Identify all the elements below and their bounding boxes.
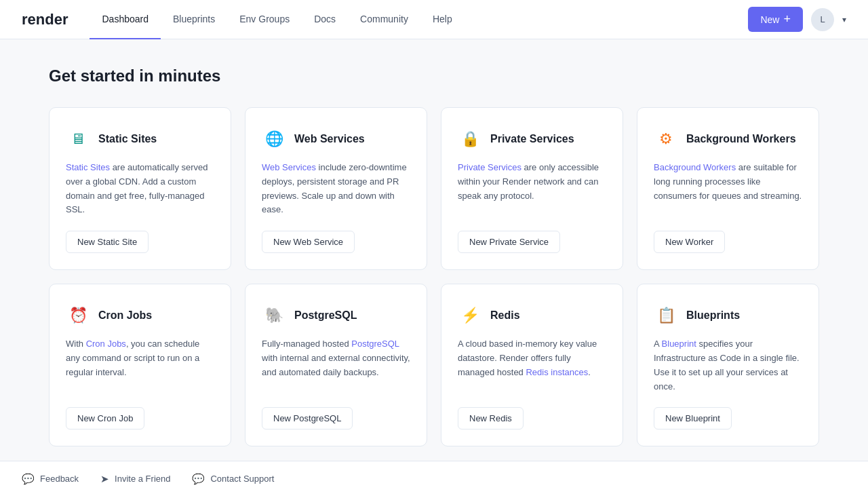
card-title-postgresql: PostgreSQL [294,309,357,322]
footer: 💬 Feedback ➤ Invite a Friend 💬 Contact S… [0,461,868,496]
cron-jobs-icon: ⏰ [66,303,90,328]
feedback-icon: 💬 [22,473,35,485]
nav-right: New + L ▾ [748,7,846,32]
card-postgresql: 🐘PostgreSQLFully-managed hosted PostgreS… [245,284,427,446]
redis-icon: ⚡ [458,303,482,328]
card-title-blueprints: Blueprints [686,309,740,322]
new-worker-button[interactable]: New Worker [654,231,725,253]
feedback-link[interactable]: 💬 Feedback [22,473,79,485]
card-cron-jobs: ⏰Cron JobsWith Cron Jobs, you can schedu… [49,284,231,446]
card-private-services: 🔒Private ServicesPrivate Services are on… [441,107,623,270]
card-background-workers: ⚙Background WorkersBackground Workers ar… [637,107,819,270]
new-blueprint-button[interactable]: New Blueprint [654,407,732,430]
card-header-cron-jobs: ⏰Cron Jobs [66,303,214,328]
new-web-service-button[interactable]: New Web Service [262,231,355,253]
avatar[interactable]: L [811,8,834,31]
card-header-redis: ⚡Redis [458,303,606,328]
chevron-down-icon[interactable]: ▾ [842,15,846,24]
card-blueprints: 📋BlueprintsA Blueprint specifies your In… [637,284,819,446]
nav-link-help[interactable]: Help [420,0,465,39]
blueprints-icon: 📋 [654,303,678,328]
new-button[interactable]: New + [748,7,803,32]
card-body-background-workers: Background Workers are suitable for long… [654,161,802,217]
card-body-web-services: Web Services include zero-downtime deplo… [262,161,410,217]
card-body-private-services: Private Services are only accessible wit… [458,161,606,217]
card-body-cron-jobs: With Cron Jobs, you can schedule any com… [66,337,214,394]
card-body-static-sites: Static Sites are automatically served ov… [66,161,214,217]
navbar: render Dashboard Blueprints Env Groups D… [0,0,868,39]
card-redis: ⚡RedisA cloud based in-memory key value … [441,284,623,446]
nav-links: Dashboard Blueprints Env Groups Docs Com… [90,0,748,39]
cards-grid: 🖥Static SitesStatic Sites are automatica… [49,107,819,446]
card-title-redis: Redis [490,309,520,322]
plus-icon: + [783,12,791,26]
web-services-icon: 🌐 [262,127,286,151]
card-body-blueprints: A Blueprint specifies your Infrastructur… [654,337,802,394]
new-static-site-button[interactable]: New Static Site [66,231,149,253]
private-services-icon: 🔒 [458,127,482,151]
feedback-label: Feedback [40,474,79,484]
static-sites-body-link[interactable]: Static Sites [66,162,110,172]
main-content: Get started in minutes 🖥Static SitesStat… [27,39,841,496]
new-postgresql-button[interactable]: New PostgreSQL [262,407,353,430]
nav-link-community[interactable]: Community [348,0,420,39]
static-sites-icon: 🖥 [66,127,90,151]
card-header-blueprints: 📋Blueprints [654,303,802,328]
card-header-background-workers: ⚙Background Workers [654,127,802,151]
new-private-service-button[interactable]: New Private Service [458,231,560,253]
card-body-redis: A cloud based in-memory key value datast… [458,337,606,394]
card-header-private-services: 🔒Private Services [458,127,606,151]
nav-link-docs[interactable]: Docs [302,0,348,39]
card-header-static-sites: 🖥Static Sites [66,127,214,151]
card-title-web-services: Web Services [294,133,365,145]
web-services-body-link[interactable]: Web Services [262,162,316,172]
support-link[interactable]: 💬 Contact Support [192,473,274,485]
card-title-background-workers: Background Workers [686,133,796,145]
new-cron-job-button[interactable]: New Cron Job [66,407,144,430]
card-title-private-services: Private Services [490,133,574,145]
nav-link-env-groups[interactable]: Env Groups [227,0,302,39]
background-workers-icon: ⚙ [654,127,678,151]
nav-logo[interactable]: render [22,11,68,28]
card-web-services: 🌐Web ServicesWeb Services include zero-d… [245,107,427,270]
postgresql-icon: 🐘 [262,303,286,328]
postgresql-body-link[interactable]: PostgreSQL [351,339,399,349]
support-icon: 💬 [192,473,205,485]
nav-link-blueprints[interactable]: Blueprints [161,0,227,39]
nav-link-dashboard[interactable]: Dashboard [90,0,161,39]
card-title-cron-jobs: Cron Jobs [98,309,152,322]
new-redis-button[interactable]: New Redis [458,407,524,430]
page-title: Get started in minutes [49,66,819,85]
avatar-initial: L [820,14,825,24]
card-header-postgresql: 🐘PostgreSQL [262,303,410,328]
invite-link[interactable]: ➤ Invite a Friend [100,473,170,485]
new-button-label: New [760,14,779,25]
card-body-postgresql: Fully-managed hosted PostgreSQL with int… [262,337,410,394]
private-services-body-link[interactable]: Private Services [458,162,521,172]
redis-body-link[interactable]: Redis instances [526,367,588,377]
invite-label: Invite a Friend [115,474,170,484]
background-workers-body-link[interactable]: Background Workers [654,162,736,172]
blueprints-body-link[interactable]: Blueprint [662,339,696,349]
cron-jobs-body-link[interactable]: Cron Jobs [86,339,126,349]
card-title-static-sites: Static Sites [98,133,157,145]
support-label: Contact Support [210,474,274,484]
invite-icon: ➤ [100,473,109,485]
card-static-sites: 🖥Static SitesStatic Sites are automatica… [49,107,231,270]
card-header-web-services: 🌐Web Services [262,127,410,151]
